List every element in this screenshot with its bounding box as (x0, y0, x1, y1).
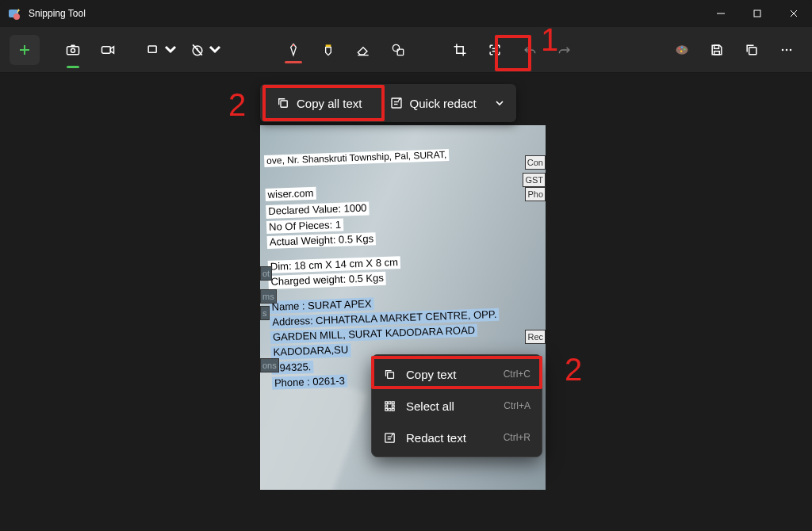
select-all-icon (383, 399, 396, 413)
svg-point-24 (684, 48, 686, 50)
more-button[interactable] (771, 35, 802, 65)
context-copy-text[interactable]: Copy text Ctrl+C (375, 358, 538, 390)
save-button[interactable] (701, 35, 733, 65)
svg-point-22 (678, 48, 680, 50)
svg-point-30 (786, 48, 788, 51)
svg-point-29 (782, 48, 784, 51)
svg-rect-43 (389, 408, 391, 411)
svg-rect-38 (389, 401, 391, 403)
svg-rect-39 (392, 401, 394, 403)
svg-rect-40 (385, 405, 388, 407)
svg-rect-37 (385, 401, 388, 403)
svg-rect-44 (392, 408, 394, 411)
quick-redact-label: Quick redact (410, 97, 477, 110)
eraser-tool-button[interactable] (347, 35, 379, 65)
paint-button[interactable] (666, 35, 698, 65)
context-menu: Copy text Ctrl+C Select all Ctrl+A Redac… (371, 354, 542, 457)
svg-rect-28 (749, 47, 756, 54)
svg-rect-11 (148, 46, 156, 52)
svg-rect-42 (385, 408, 388, 411)
delay-dropdown[interactable] (186, 35, 227, 65)
redact-icon (383, 431, 396, 445)
svg-point-9 (71, 48, 75, 52)
svg-rect-10 (102, 46, 111, 52)
toolbar (0, 27, 812, 73)
svg-rect-3 (754, 10, 760, 17)
copy-icon (276, 96, 290, 110)
copy-all-text-button[interactable]: Copy all text (265, 88, 373, 118)
ocr-text-overlay: ove, Nr. Shanskruti Township, Pal, SURAT… (264, 142, 546, 391)
new-snip-button[interactable] (10, 35, 40, 65)
svg-rect-41 (392, 405, 394, 407)
svg-rect-32 (281, 101, 287, 107)
maximize-button[interactable] (739, 0, 776, 27)
crop-tool-button[interactable] (444, 35, 476, 65)
context-redact-text[interactable]: Redact text Ctrl+R (375, 422, 538, 453)
redact-icon (389, 96, 404, 110)
window-title: Snipping Tool (29, 8, 86, 19)
pen-tool-button[interactable] (278, 35, 309, 65)
svg-point-23 (681, 46, 684, 48)
quick-redact-button[interactable]: Quick redact (378, 88, 488, 118)
svg-point-1 (13, 13, 20, 20)
svg-point-31 (790, 48, 792, 51)
svg-rect-8 (67, 46, 79, 54)
context-select-all[interactable]: Select all Ctrl+A (375, 390, 538, 422)
svg-rect-36 (388, 372, 394, 378)
copy-button[interactable] (736, 35, 768, 65)
redo-button[interactable] (549, 35, 580, 65)
video-mode-button[interactable] (92, 35, 124, 65)
title-bar: Snipping Tool (0, 0, 812, 27)
copy-icon (383, 368, 396, 381)
close-button[interactable] (776, 0, 812, 27)
svg-rect-26 (714, 45, 719, 48)
copy-all-text-label: Copy all text (297, 97, 362, 110)
text-actions-button[interactable] (479, 35, 511, 65)
app-icon (8, 7, 21, 20)
undo-button[interactable] (514, 35, 546, 65)
photo-mode-button[interactable] (57, 35, 89, 65)
shape-dropdown[interactable] (141, 35, 182, 65)
quick-redact-dropdown[interactable] (488, 98, 511, 108)
minimize-button[interactable] (703, 0, 739, 27)
shapes-tool-button[interactable] (382, 35, 414, 65)
svg-rect-27 (714, 51, 720, 54)
svg-point-25 (680, 50, 683, 52)
highlighter-tool-button[interactable] (312, 35, 344, 65)
svg-point-17 (393, 44, 399, 51)
text-actions-bar: Copy all text Quick redact (260, 84, 516, 122)
chevron-down-icon (495, 98, 504, 108)
